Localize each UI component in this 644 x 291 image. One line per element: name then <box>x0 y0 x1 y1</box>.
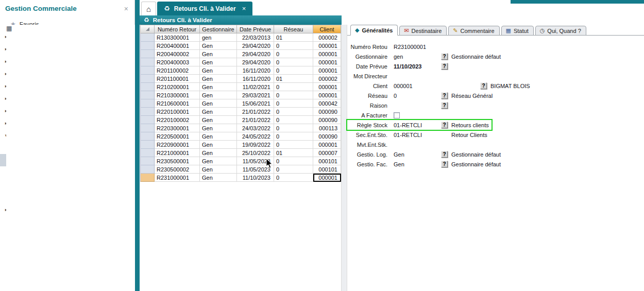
cell-gestionnaire[interactable]: Gen <box>200 149 237 157</box>
row-selector-cell[interactable] <box>140 149 155 157</box>
cell-client[interactable]: 000001 <box>313 42 341 50</box>
table-row[interactable]: R220900001Gen19/09/20220000001 <box>140 141 341 149</box>
table-row[interactable]: R230500001Gen11/05/20230000101 <box>140 157 341 165</box>
cell-date-prevue[interactable]: 29/04/2020 <box>237 50 274 58</box>
cell-client[interactable]: 000002 <box>313 75 341 83</box>
cell-date-prevue[interactable]: 11/05/2023 <box>237 165 274 174</box>
help-button[interactable]: ? <box>480 82 487 89</box>
tab-close-icon[interactable]: × <box>242 5 246 12</box>
column-header-gestionnaire[interactable]: Gestionnaire <box>200 25 237 33</box>
cell-client[interactable]: 000001 <box>313 141 341 149</box>
row-selector-cell[interactable] <box>140 174 155 182</box>
cell-date-prevue[interactable]: 11/05/2023 <box>237 157 274 165</box>
cell-reseau[interactable]: 0 <box>274 83 313 91</box>
cell-client[interactable]: 000001 <box>313 91 341 99</box>
cell-client[interactable]: 000090 <box>313 132 341 141</box>
cell-client[interactable]: 000002 <box>313 33 341 42</box>
table-row[interactable]: R210200001Gen11/02/20210000001 <box>140 83 341 91</box>
help-button[interactable]: ? <box>441 92 448 99</box>
cell-date-prevue[interactable]: 29/03/2021 <box>237 91 274 99</box>
cell-reseau[interactable]: 0 <box>274 42 313 50</box>
cell-reseau[interactable]: 0 <box>274 141 313 149</box>
cell-client[interactable]: 000001 <box>313 66 341 75</box>
cell-date-prevue[interactable]: 25/10/2022 <box>237 149 274 157</box>
detail-tab-statut[interactable]: ▦Statut <box>501 26 534 36</box>
select-all-header-cell[interactable] <box>140 25 155 33</box>
cell-client[interactable]: 000090 <box>313 116 341 124</box>
cell-gestionnaire[interactable]: Gen <box>200 91 237 99</box>
cell-date-prevue[interactable]: 22/03/2013 <box>237 33 274 42</box>
cell-client[interactable]: 000113 <box>313 124 341 132</box>
cell-client[interactable]: 000007 <box>313 149 341 157</box>
cell-gestionnaire[interactable]: gen <box>200 33 237 42</box>
row-selector-cell[interactable] <box>140 75 155 83</box>
row-selector-cell[interactable] <box>140 132 155 141</box>
detail-tab-commentaire[interactable]: ✎Commentaire <box>448 26 499 36</box>
row-selector-cell[interactable] <box>140 66 155 75</box>
cell-reseau[interactable]: 01 <box>274 75 313 83</box>
cell-gestionnaire[interactable]: Gen <box>200 108 237 116</box>
cell-gestionnaire[interactable]: Gen <box>200 83 237 91</box>
cell-gestionnaire[interactable]: Gen <box>200 165 237 174</box>
cell-reseau[interactable]: 0 <box>274 50 313 58</box>
cell-reseau[interactable]: 0 <box>274 116 313 124</box>
cell-gestionnaire[interactable]: Gen <box>200 66 237 75</box>
cell-client[interactable]: 000090 <box>313 108 341 116</box>
table-row[interactable]: R220300001Gen24/03/20220000113 <box>140 124 341 132</box>
cell-gestionnaire[interactable]: Gen <box>200 141 237 149</box>
cell-numero-retour[interactable]: R231000001 <box>155 174 200 182</box>
cell-numero-retour[interactable]: R221000001 <box>155 149 200 157</box>
row-selector-cell[interactable] <box>140 141 155 149</box>
cell-gestionnaire[interactable]: Gen <box>200 50 237 58</box>
detail-tab-qui-quand[interactable]: ◷Qui, Quand ? <box>535 26 586 36</box>
cell-reseau[interactable]: 0 <box>274 91 313 99</box>
row-selector-cell[interactable] <box>140 157 155 165</box>
cell-date-prevue[interactable]: 15/06/2021 <box>237 99 274 108</box>
cell-gestionnaire[interactable]: Gen <box>200 124 237 132</box>
help-button[interactable]: ? <box>441 53 448 60</box>
table-row[interactable]: R221000001Gen25/10/202201000007 <box>140 149 341 157</box>
row-selector-cell[interactable] <box>140 33 155 42</box>
cell-date-prevue[interactable]: 16/11/2020 <box>237 75 274 83</box>
row-selector-cell[interactable] <box>140 91 155 99</box>
cell-client[interactable]: 000042 <box>313 99 341 108</box>
table-row[interactable]: R220500001Gen24/05/20220000090 <box>140 132 341 141</box>
cell-reseau[interactable]: 01 <box>274 33 313 42</box>
cell-numero-retour[interactable]: R210300001 <box>155 91 200 99</box>
table-row[interactable]: R201100002Gen16/11/20200000001 <box>140 66 341 75</box>
cell-reseau[interactable]: 0 <box>274 124 313 132</box>
cell-reseau[interactable]: 0 <box>274 108 313 116</box>
cell-date-prevue[interactable]: 24/05/2022 <box>237 132 274 141</box>
cell-numero-retour[interactable]: R130300001 <box>155 33 200 42</box>
gestio-log-field[interactable]: Gen <box>394 151 441 158</box>
cell-client[interactable]: 000001 <box>313 174 341 182</box>
help-button[interactable]: ? <box>441 102 448 109</box>
panel-splitter[interactable] <box>341 25 347 291</box>
table-row[interactable]: R130300001gen22/03/201301000002 <box>140 33 341 42</box>
column-header-date-prevue[interactable]: Date Prévue <box>237 25 274 33</box>
cell-reseau[interactable]: 0 <box>274 132 313 141</box>
table-row[interactable]: R200400002Gen29/04/20200000001 <box>140 50 341 58</box>
cell-date-prevue[interactable]: 29/04/2020 <box>237 42 274 50</box>
cell-numero-retour[interactable]: R200400002 <box>155 50 200 58</box>
cell-numero-retour[interactable]: R230500001 <box>155 157 200 165</box>
cell-reseau[interactable]: 0 <box>274 174 313 182</box>
client-field[interactable]: 000001 <box>394 83 480 89</box>
table-row[interactable]: R200400003Gen29/04/20200000001 <box>140 58 341 66</box>
cell-reseau[interactable]: 01 <box>274 149 313 157</box>
sidebar-item-besoins-de-gestion[interactable]: ▸▦Besoins de Gestion <box>0 117 134 129</box>
table-row[interactable]: R201100001Gen16/11/202001000002 <box>140 75 341 83</box>
cell-reseau[interactable]: 0 <box>274 157 313 165</box>
cell-numero-retour[interactable]: R220900001 <box>155 141 200 149</box>
help-button[interactable]: ? <box>441 151 448 158</box>
detail-tab-destinataire[interactable]: ✉Destinataire <box>399 26 447 36</box>
help-button[interactable]: ? <box>441 161 448 167</box>
cell-reseau[interactable]: 0 <box>274 165 313 174</box>
row-selector-cell[interactable] <box>140 116 155 124</box>
cell-date-prevue[interactable]: 11/02/2021 <box>237 83 274 91</box>
cell-numero-retour[interactable]: R201100001 <box>155 75 200 83</box>
tab-retours-cli-a-valider[interactable]: ♻ Retours Cli. à Valider × <box>157 2 252 15</box>
cell-date-prevue[interactable]: 16/11/2020 <box>237 66 274 75</box>
gestionnaire-field[interactable]: gen <box>394 54 441 60</box>
cell-client[interactable]: 000001 <box>313 58 341 66</box>
